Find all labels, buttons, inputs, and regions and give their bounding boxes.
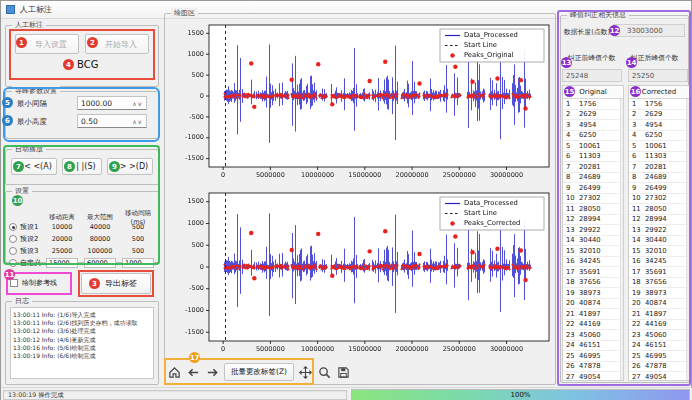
table-row[interactable]: 2040874 — [629, 299, 689, 310]
preset-row-预设2[interactable]: 预设22000080000500 — [9, 233, 157, 245]
pan-icon[interactable] — [298, 365, 313, 380]
radio-icon[interactable] — [9, 235, 17, 243]
row-index: 12 — [563, 215, 579, 223]
checkbox-icon[interactable] — [10, 279, 18, 287]
preset-row-预设3[interactable]: 预设325000100000500 — [9, 245, 157, 257]
data-length-value: 33003000 — [627, 27, 663, 35]
table-row[interactable]: 2141897 — [563, 309, 623, 320]
table-row[interactable]: 611303 — [563, 152, 623, 163]
table-row[interactable]: 611303 — [629, 152, 689, 163]
chart-top-peaks-original[interactable] — [167, 19, 553, 187]
table-row[interactable]: 720281 — [563, 162, 623, 173]
save-icon[interactable] — [336, 365, 351, 380]
preset-row-预设1[interactable]: 预设11000040000500 — [9, 221, 157, 233]
after-count-label: 纠正后峰值个数 — [631, 53, 679, 63]
reference-line-checkbox[interactable]: 绘制参考线 — [10, 278, 57, 288]
home-icon[interactable] — [167, 365, 182, 380]
table-row[interactable]: 2244169 — [563, 320, 623, 331]
row-index: 4 — [629, 131, 645, 139]
log-line: 13:00:12 Info: (3/6)处理完成 — [13, 327, 151, 335]
custom-value-input[interactable] — [84, 258, 116, 268]
radio-icon[interactable] — [9, 247, 17, 255]
annotation-circle-14: 14 — [626, 57, 637, 68]
table-row[interactable]: 1837656 — [563, 278, 623, 289]
row-value: 27302 — [579, 194, 623, 202]
custom-value-input[interactable] — [46, 258, 78, 268]
table-row[interactable]: 1430440 — [629, 236, 689, 247]
annotation-circle-5: 5 — [2, 97, 13, 108]
table-row[interactable]: 1329922 — [629, 225, 689, 236]
table-row[interactable]: 22629 — [629, 110, 689, 121]
table-row[interactable]: 2546995 — [563, 351, 623, 362]
table-row[interactable]: 1634245 — [563, 257, 623, 268]
table-row[interactable]: 2647878 — [629, 362, 689, 373]
table-row[interactable]: 1735691 — [563, 267, 623, 278]
table-row[interactable]: 34954 — [563, 120, 623, 131]
table-row[interactable]: 11756 — [629, 99, 689, 110]
table-row[interactable]: 1128050 — [629, 204, 689, 215]
table-row[interactable]: 510061 — [563, 141, 623, 152]
table-row[interactable]: 2749054 — [563, 372, 623, 381]
row-value: 37656 — [645, 278, 689, 286]
table-row[interactable]: 22629 — [563, 110, 623, 121]
spinner-arrows-icon[interactable]: ∧∨ — [132, 118, 143, 125]
table-row[interactable]: 2546995 — [629, 351, 689, 362]
zoom-icon[interactable] — [317, 365, 332, 380]
status-message-cell: 13:00:19 操作完成 — [3, 390, 347, 400]
batch-edit-labels-button[interactable]: 批量更改标签(Z) — [224, 363, 294, 381]
table-row[interactable]: 1027302 — [629, 194, 689, 205]
table-row[interactable]: 2749054 — [629, 372, 689, 381]
table-row[interactable]: 1027302 — [563, 194, 623, 205]
table-row[interactable]: 1228994 — [629, 215, 689, 226]
table-row[interactable]: 926499 — [563, 183, 623, 194]
min-height-spinbox[interactable]: 0.50 ∧∨ — [77, 114, 147, 128]
table-row[interactable]: 1735691 — [629, 267, 689, 278]
table-row[interactable]: 2244169 — [629, 320, 689, 331]
corrected-table-scrollbar[interactable] — [686, 99, 689, 380]
table-row[interactable]: 1430440 — [563, 236, 623, 247]
table-row[interactable]: 1228994 — [563, 215, 623, 226]
table-row[interactable]: 2446151 — [563, 341, 623, 352]
table-row[interactable]: 2345060 — [563, 330, 623, 341]
table-row[interactable]: 1532010 — [629, 246, 689, 257]
min-interval-spinbox[interactable]: 1000.00 ∧∨ — [77, 96, 147, 110]
table-row[interactable]: 1938973 — [629, 288, 689, 299]
corrected-peaks-table[interactable]: Corrected 117562262934954462505100616113… — [628, 85, 690, 381]
row-index: 22 — [563, 320, 579, 328]
table-row[interactable]: 720281 — [629, 162, 689, 173]
table-row[interactable]: 2446151 — [629, 341, 689, 352]
forward-arrow-icon[interactable] — [205, 365, 220, 380]
custom-value-input[interactable] — [122, 258, 154, 268]
table-row[interactable]: 46250 — [563, 131, 623, 142]
chart-bottom-peaks-corrected[interactable] — [167, 187, 553, 361]
original-peaks-table[interactable]: Original 1175622629349544625051006161130… — [562, 85, 624, 381]
back-arrow-icon[interactable] — [186, 365, 201, 380]
table-row[interactable]: 926499 — [629, 183, 689, 194]
table-row[interactable]: 1837656 — [629, 278, 689, 289]
table-row[interactable]: 1634245 — [629, 257, 689, 268]
original-table-scrollbar[interactable] — [620, 99, 623, 380]
table-row[interactable]: 2647878 — [563, 362, 623, 373]
radio-icon[interactable] — [9, 223, 17, 231]
table-row[interactable]: 1938973 — [563, 288, 623, 299]
table-row[interactable]: 34954 — [629, 120, 689, 131]
table-row[interactable]: 2141897 — [629, 309, 689, 320]
table-row[interactable]: 1128050 — [563, 204, 623, 215]
radio-icon[interactable] — [9, 259, 17, 267]
table-row[interactable]: 2040874 — [563, 299, 623, 310]
table-row[interactable]: 510061 — [629, 141, 689, 152]
table-row[interactable]: 1329922 — [563, 225, 623, 236]
table-row[interactable]: 11756 — [563, 99, 623, 110]
log-textarea[interactable]: 13:00:11 Info: (1/6)导入完成13:00:11 Info: (… — [10, 307, 154, 379]
preset-row-自定义[interactable]: 自定义 — [9, 257, 157, 269]
plot-toolbar: 批量更改标签(Z) — [167, 361, 351, 383]
before-count-value: 25248 — [566, 72, 588, 80]
table-row[interactable]: 824689 — [629, 173, 689, 184]
table-row[interactable]: 2345060 — [629, 330, 689, 341]
row-value: 26499 — [579, 184, 623, 192]
table-row[interactable]: 1532010 — [563, 246, 623, 257]
row-value: 20281 — [579, 163, 623, 171]
spinner-arrows-icon[interactable]: ∧∨ — [132, 100, 143, 107]
table-row[interactable]: 46250 — [629, 131, 689, 142]
table-row[interactable]: 824689 — [563, 173, 623, 184]
